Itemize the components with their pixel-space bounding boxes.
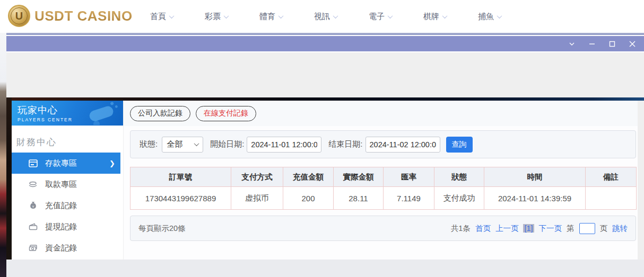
table-row: 1730443199627889 虚拟币 200 28.11 7.1149 支付… — [130, 187, 637, 210]
sidebar: 玩家中心 PLAYERS CENTER 財務中心 — [12, 101, 123, 260]
main-content: 公司入款記錄 在線支付記錄 狀態: 全部 開始日期: 结束日期: 查詢 — [124, 101, 638, 260]
nav-item-slots[interactable]: 電子 — [369, 12, 392, 22]
brand-logo[interactable]: U USDT CASINO — [8, 5, 133, 27]
player-center-window: 玩家中心 PLAYERS CENTER 財務中心 — [6, 36, 644, 277]
chevron-down-icon — [333, 13, 338, 19]
sidebar-item-withdraw-zone[interactable]: 取款專區 — [12, 174, 123, 195]
nav-label: 首頁 — [150, 12, 166, 22]
withdraw-hand-icon — [28, 180, 38, 189]
window-titlebar[interactable] — [6, 36, 644, 52]
col-exchange-rate: 匯率 — [384, 167, 434, 187]
minimize-icon[interactable] — [588, 40, 596, 48]
jump-button[interactable]: 跳转 — [612, 224, 628, 234]
tab-company-deposit-records[interactable]: 公司入款記錄 — [130, 106, 190, 121]
chevron-right-icon: ❯ — [109, 159, 115, 167]
chevron-down-icon — [442, 13, 448, 19]
col-actual-amount: 實際金額 — [334, 167, 384, 187]
prev-page-link[interactable]: 上一页 — [495, 224, 519, 234]
cell-remark — [586, 187, 637, 210]
jump-prefix: 第 — [567, 224, 575, 234]
col-remark: 備註 — [586, 167, 637, 187]
search-button[interactable]: 查詢 — [446, 137, 473, 153]
end-date-label: 结束日期: — [328, 139, 362, 149]
col-status: 狀態 — [434, 167, 484, 187]
chevron-down-icon — [169, 13, 175, 19]
casino-player-center-screen: U USDT CASINO 首頁 彩票 體育 視訊 電子 — [0, 0, 644, 277]
chevron-down-icon — [279, 13, 284, 19]
start-date-input[interactable] — [247, 137, 321, 153]
sidebar-item-label: 充值記錄 — [45, 201, 77, 211]
cell-payment-method: 虚拟币 — [231, 187, 283, 210]
cell-exchange-rate: 7.1149 — [384, 187, 434, 210]
main-nav: 首頁 彩票 體育 視訊 電子 棋牌 — [150, 0, 501, 33]
wallet-icon — [28, 222, 38, 231]
chevron-down-icon — [497, 13, 502, 19]
sidebar-item-label: 資金記錄 — [45, 243, 77, 253]
table-header-row: 訂單號 支付方式 充值金額 實際金額 匯率 狀態 時間 備註 — [130, 167, 637, 187]
col-time: 時間 — [484, 167, 586, 187]
nav-item-lottery[interactable]: 彩票 — [205, 12, 228, 22]
sidebar-item-funds-records[interactable]: 資金記錄 — [12, 237, 123, 258]
close-icon[interactable] — [628, 40, 637, 48]
moneybag-icon: ¥ — [28, 201, 38, 210]
sidebar-item-withdrawal-records[interactable]: 提現記錄 — [12, 216, 123, 237]
sidebar-item-label: 取款專區 — [45, 180, 77, 190]
total-count: 共1条 — [451, 224, 471, 234]
deposit-card-icon — [28, 158, 38, 168]
sidebar-item-label: 存款專區 — [45, 158, 77, 168]
status-label: 狀態: — [140, 139, 158, 149]
maximize-icon[interactable] — [608, 40, 616, 48]
brand-name: USDT CASINO — [34, 8, 133, 24]
site-navbar: U USDT CASINO 首頁 彩票 體育 視訊 電子 — [0, 0, 644, 33]
nav-item-fishing[interactable]: 捕魚 — [478, 12, 501, 22]
end-date-input[interactable] — [365, 137, 440, 153]
chevron-down-icon — [388, 13, 393, 19]
cell-order-number: 1730443199627889 — [130, 187, 231, 210]
sidebar-item-recharge-records[interactable]: ¥ 充值記錄 — [12, 195, 123, 216]
cell-actual-amount: 28.11 — [334, 187, 384, 210]
col-payment-method: 支付方式 — [231, 167, 283, 187]
gamepad-icon — [85, 102, 120, 125]
page-jump-input[interactable] — [579, 223, 595, 234]
next-page-link[interactable]: 下一页 — [539, 224, 562, 234]
start-date-label: 開始日期: — [210, 139, 244, 149]
collapse-chevron-icon[interactable] — [568, 40, 576, 48]
current-page-indicator: [1] — [523, 224, 534, 233]
sidebar-item-label: 提現記錄 — [45, 222, 77, 232]
nav-label: 棋牌 — [423, 12, 439, 22]
pagination: 共1条 首页 上一页 [1] 下一页 第 页 跳转 — [451, 223, 628, 234]
tab-online-payment-records[interactable]: 在線支付記錄 — [196, 106, 256, 121]
sidebar-menu: 存款專區 ❯ 取款專區 ¥ 充值記錄 — [12, 153, 123, 258]
logo-letter: U — [11, 7, 28, 24]
coin-logo-icon: U — [8, 5, 30, 27]
sidebar-section-title: 財務中心 — [16, 136, 123, 148]
cell-recharge-amount: 200 — [283, 187, 334, 210]
col-order-number: 訂單號 — [130, 167, 231, 187]
nav-item-home[interactable]: 首頁 — [150, 12, 173, 22]
status-select[interactable]: 全部 — [162, 137, 203, 153]
nav-label: 視訊 — [314, 12, 330, 22]
jump-suffix: 页 — [600, 224, 608, 234]
window-bottom-area — [6, 260, 644, 277]
cash-icon — [28, 243, 38, 253]
table-footer: 每頁顯示20條 共1条 首页 上一页 [1] 下一页 第 页 跳转 — [130, 216, 636, 241]
sidebar-header: 玩家中心 PLAYERS CENTER — [12, 101, 123, 126]
cell-time: 2024-11-01 14:39:59 — [484, 187, 586, 210]
content-left-dark-strip — [6, 97, 12, 260]
chevron-down-icon — [224, 13, 229, 19]
nav-label: 電子 — [369, 12, 385, 22]
first-page-link[interactable]: 首页 — [475, 224, 491, 234]
nav-item-boardgames[interactable]: 棋牌 — [423, 12, 447, 22]
sidebar-item-deposit-zone[interactable]: 存款專區 ❯ — [12, 153, 120, 174]
record-tabs: 公司入款記錄 在線支付記錄 — [124, 101, 638, 126]
nav-label: 體育 — [259, 12, 275, 22]
chevron-down-icon — [194, 141, 199, 146]
cell-status: 支付成功 — [434, 187, 484, 210]
payment-records-table: 訂單號 支付方式 充值金額 實際金額 匯率 狀態 時間 備註 173044319… — [130, 167, 637, 210]
nav-label: 捕魚 — [478, 12, 494, 22]
nav-item-video[interactable]: 視訊 — [314, 12, 337, 22]
background-photo-strip — [0, 33, 6, 277]
nav-item-sports[interactable]: 體育 — [259, 12, 283, 22]
page-size-text: 每頁顯示20條 — [138, 224, 186, 234]
col-recharge-amount: 充值金額 — [283, 167, 334, 187]
